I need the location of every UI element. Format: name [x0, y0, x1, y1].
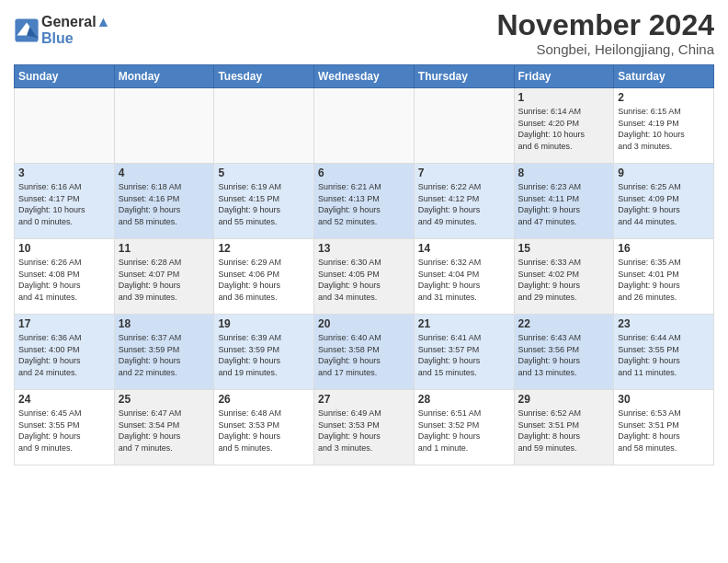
- table-cell: [214, 88, 314, 164]
- day-number: 27: [318, 393, 410, 406]
- day-info: Sunrise: 6:29 AM Sunset: 4:06 PM Dayligh…: [218, 257, 310, 303]
- day-number: 21: [418, 317, 510, 330]
- day-info: Sunrise: 6:18 AM Sunset: 4:16 PM Dayligh…: [119, 181, 210, 227]
- table-cell: 5Sunrise: 6:19 AM Sunset: 4:15 PM Daylig…: [214, 164, 314, 239]
- table-cell: 22Sunrise: 6:43 AM Sunset: 3:56 PM Dayli…: [514, 315, 614, 390]
- day-info: Sunrise: 6:37 AM Sunset: 3:59 PM Dayligh…: [119, 332, 210, 378]
- day-info: Sunrise: 6:19 AM Sunset: 4:15 PM Dayligh…: [218, 181, 310, 227]
- day-info: Sunrise: 6:28 AM Sunset: 4:07 PM Dayligh…: [119, 257, 210, 303]
- table-cell: 11Sunrise: 6:28 AM Sunset: 4:07 PM Dayli…: [114, 239, 214, 315]
- day-number: 17: [18, 317, 110, 330]
- table-cell: 30Sunrise: 6:53 AM Sunset: 3:51 PM Dayli…: [614, 390, 714, 465]
- table-cell: 29Sunrise: 6:52 AM Sunset: 3:51 PM Dayli…: [514, 390, 614, 465]
- day-number: 22: [518, 317, 610, 330]
- table-cell: 23Sunrise: 6:44 AM Sunset: 3:55 PM Dayli…: [614, 315, 714, 390]
- table-cell: 27Sunrise: 6:49 AM Sunset: 3:53 PM Dayli…: [314, 390, 415, 465]
- calendar-row: 24Sunrise: 6:45 AM Sunset: 3:55 PM Dayli…: [15, 390, 714, 465]
- day-number: 2: [618, 91, 710, 104]
- day-number: 30: [618, 393, 710, 406]
- logo-text: General▲ Blue: [41, 14, 110, 47]
- calendar-table: Sunday Monday Tuesday Wednesday Thursday…: [14, 64, 714, 465]
- location-subtitle: Songbei, Heilongjiang, China: [496, 41, 714, 57]
- day-number: 18: [119, 317, 210, 330]
- table-cell: 19Sunrise: 6:39 AM Sunset: 3:59 PM Dayli…: [214, 315, 314, 390]
- day-info: Sunrise: 6:43 AM Sunset: 3:56 PM Dayligh…: [518, 332, 610, 378]
- day-info: Sunrise: 6:53 AM Sunset: 3:51 PM Dayligh…: [618, 408, 710, 454]
- day-number: 15: [518, 242, 610, 255]
- day-number: 25: [119, 393, 210, 406]
- day-number: 19: [218, 317, 310, 330]
- table-cell: 24Sunrise: 6:45 AM Sunset: 3:55 PM Dayli…: [15, 390, 115, 465]
- day-info: Sunrise: 6:21 AM Sunset: 4:13 PM Dayligh…: [318, 181, 410, 227]
- month-title: November 2024: [496, 9, 714, 41]
- day-info: Sunrise: 6:14 AM Sunset: 4:20 PM Dayligh…: [518, 106, 610, 152]
- logo-icon: [14, 17, 40, 43]
- table-cell: 7Sunrise: 6:22 AM Sunset: 4:12 PM Daylig…: [414, 164, 514, 239]
- day-number: 4: [119, 167, 210, 179]
- table-cell: 2Sunrise: 6:15 AM Sunset: 4:19 PM Daylig…: [614, 88, 714, 164]
- day-number: 1: [518, 91, 610, 104]
- day-info: Sunrise: 6:30 AM Sunset: 4:05 PM Dayligh…: [318, 257, 410, 303]
- day-info: Sunrise: 6:26 AM Sunset: 4:08 PM Dayligh…: [18, 257, 110, 303]
- day-number: 29: [518, 393, 610, 406]
- day-info: Sunrise: 6:44 AM Sunset: 3:55 PM Dayligh…: [618, 332, 710, 378]
- day-info: Sunrise: 6:40 AM Sunset: 3:58 PM Dayligh…: [318, 332, 410, 378]
- table-cell: 9Sunrise: 6:25 AM Sunset: 4:09 PM Daylig…: [614, 164, 714, 239]
- calendar-row: 10Sunrise: 6:26 AM Sunset: 4:08 PM Dayli…: [15, 239, 714, 315]
- day-info: Sunrise: 6:25 AM Sunset: 4:09 PM Dayligh…: [618, 181, 710, 227]
- day-info: Sunrise: 6:47 AM Sunset: 3:54 PM Dayligh…: [119, 408, 210, 454]
- table-cell: 25Sunrise: 6:47 AM Sunset: 3:54 PM Dayli…: [114, 390, 214, 465]
- table-cell: 13Sunrise: 6:30 AM Sunset: 4:05 PM Dayli…: [314, 239, 415, 315]
- table-cell: 10Sunrise: 6:26 AM Sunset: 4:08 PM Dayli…: [15, 239, 115, 315]
- table-cell: [414, 88, 514, 164]
- table-cell: 17Sunrise: 6:36 AM Sunset: 4:00 PM Dayli…: [15, 315, 115, 390]
- day-number: 14: [418, 242, 510, 255]
- day-info: Sunrise: 6:35 AM Sunset: 4:01 PM Dayligh…: [618, 257, 710, 303]
- table-cell: 15Sunrise: 6:33 AM Sunset: 4:02 PM Dayli…: [514, 239, 614, 315]
- table-cell: 4Sunrise: 6:18 AM Sunset: 4:16 PM Daylig…: [114, 164, 214, 239]
- day-number: 23: [618, 317, 710, 330]
- day-number: 12: [218, 242, 310, 255]
- day-info: Sunrise: 6:52 AM Sunset: 3:51 PM Dayligh…: [518, 408, 610, 454]
- day-info: Sunrise: 6:15 AM Sunset: 4:19 PM Dayligh…: [618, 106, 710, 152]
- day-info: Sunrise: 6:49 AM Sunset: 3:53 PM Dayligh…: [318, 408, 410, 454]
- page-container: General▲ Blue November 2024 Songbei, Hei…: [0, 0, 728, 470]
- day-info: Sunrise: 6:36 AM Sunset: 4:00 PM Dayligh…: [18, 332, 110, 378]
- table-cell: [114, 88, 214, 164]
- day-number: 28: [418, 393, 510, 406]
- day-number: 13: [318, 242, 410, 255]
- table-cell: [15, 88, 115, 164]
- col-wednesday: Wednesday: [314, 65, 415, 88]
- day-info: Sunrise: 6:33 AM Sunset: 4:02 PM Dayligh…: [518, 257, 610, 303]
- col-sunday: Sunday: [15, 65, 115, 88]
- col-monday: Monday: [114, 65, 214, 88]
- table-cell: 8Sunrise: 6:23 AM Sunset: 4:11 PM Daylig…: [514, 164, 614, 239]
- day-number: 20: [318, 317, 410, 330]
- day-number: 9: [618, 167, 710, 179]
- day-info: Sunrise: 6:41 AM Sunset: 3:57 PM Dayligh…: [418, 332, 510, 378]
- page-header: General▲ Blue November 2024 Songbei, Hei…: [14, 9, 714, 57]
- calendar-row: 3Sunrise: 6:16 AM Sunset: 4:17 PM Daylig…: [15, 164, 714, 239]
- table-cell: 26Sunrise: 6:48 AM Sunset: 3:53 PM Dayli…: [214, 390, 314, 465]
- table-cell: 12Sunrise: 6:29 AM Sunset: 4:06 PM Dayli…: [214, 239, 314, 315]
- day-number: 8: [518, 167, 610, 179]
- day-number: 7: [418, 167, 510, 179]
- col-saturday: Saturday: [614, 65, 714, 88]
- day-number: 11: [119, 242, 210, 255]
- header-row: Sunday Monday Tuesday Wednesday Thursday…: [15, 65, 714, 88]
- title-block: November 2024 Songbei, Heilongjiang, Chi…: [496, 9, 714, 57]
- day-info: Sunrise: 6:39 AM Sunset: 3:59 PM Dayligh…: [218, 332, 310, 378]
- calendar-row: 17Sunrise: 6:36 AM Sunset: 4:00 PM Dayli…: [15, 315, 714, 390]
- day-number: 26: [218, 393, 310, 406]
- day-info: Sunrise: 6:32 AM Sunset: 4:04 PM Dayligh…: [418, 257, 510, 303]
- table-cell: 16Sunrise: 6:35 AM Sunset: 4:01 PM Dayli…: [614, 239, 714, 315]
- table-cell: 21Sunrise: 6:41 AM Sunset: 3:57 PM Dayli…: [414, 315, 514, 390]
- calendar-row: 1Sunrise: 6:14 AM Sunset: 4:20 PM Daylig…: [15, 88, 714, 164]
- col-friday: Friday: [514, 65, 614, 88]
- day-number: 24: [18, 393, 110, 406]
- day-number: 5: [218, 167, 310, 179]
- day-info: Sunrise: 6:16 AM Sunset: 4:17 PM Dayligh…: [18, 181, 110, 227]
- logo: General▲ Blue: [14, 14, 110, 47]
- table-cell: 18Sunrise: 6:37 AM Sunset: 3:59 PM Dayli…: [114, 315, 214, 390]
- col-tuesday: Tuesday: [214, 65, 314, 88]
